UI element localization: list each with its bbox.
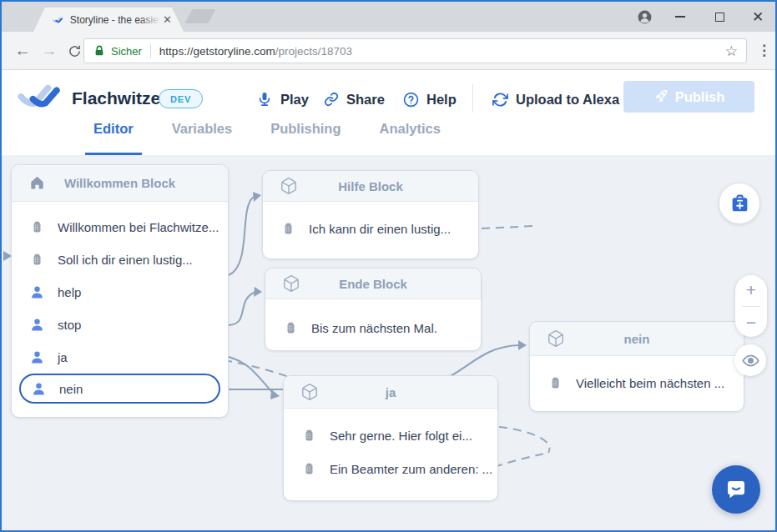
- item-text: help: [58, 285, 81, 299]
- user-icon: [29, 317, 45, 333]
- block-item-stop[interactable]: stop: [12, 309, 228, 341]
- minimize-button[interactable]: [663, 2, 697, 32]
- block-title: ja: [386, 385, 396, 399]
- item-text: Sehr gerne. Hier folgt ei...: [330, 429, 472, 443]
- maximize-button[interactable]: [703, 2, 736, 32]
- share-button[interactable]: Share: [324, 87, 385, 112]
- storyline-logo[interactable]: [15, 80, 63, 112]
- item-text: ja: [58, 350, 68, 364]
- env-badge: DEV: [159, 89, 203, 108]
- block-item-ja[interactable]: ja: [12, 341, 228, 374]
- item-text: Ein Beamter zum anderen: ...: [330, 462, 492, 476]
- reload-icon[interactable]: [63, 40, 85, 62]
- tab-variables[interactable]: Variables: [164, 121, 240, 155]
- chat-widget-button[interactable]: [712, 465, 760, 514]
- block-title: Willkommen Block: [64, 176, 175, 190]
- block-item-sehrgernehierf[interactable]: Sehr gerne. Hier folgt ei...: [284, 419, 497, 452]
- new-tab-button[interactable]: [184, 9, 215, 23]
- close-window-button[interactable]: ✕: [741, 2, 774, 32]
- block-item-sollichdireine[interactable]: Soll ich dir einen lustig...: [12, 243, 228, 276]
- browser-titlebar: Storyline - the easiest wa ✕ ✕: [2, 2, 775, 32]
- item-text: nein: [59, 382, 83, 396]
- browser-tab[interactable]: Storyline - the easiest wa ✕: [33, 8, 184, 32]
- item-text: Willkommen bei Flachwitze...: [58, 220, 219, 234]
- block-item-einbeamterzuma[interactable]: Ein Beamter zum anderen: ...: [284, 452, 497, 485]
- block-item-help[interactable]: help: [12, 276, 228, 309]
- tab-publishing[interactable]: Publishing: [262, 121, 349, 155]
- block-item-biszumnchstenm[interactable]: Bis zum nächsten Mal.: [265, 311, 481, 344]
- block-ende[interactable]: Ende BlockBis zum nächsten Mal.: [265, 268, 482, 351]
- item-text: Ich kann dir einen lustig...: [309, 222, 451, 236]
- publish-button[interactable]: Publish: [623, 81, 754, 113]
- speak-icon: [29, 219, 45, 235]
- block-title: Hilfe Block: [338, 179, 403, 193]
- eye-icon: [742, 352, 759, 369]
- item-text: Vielleicht beim nächsten ...: [576, 376, 724, 390]
- share-label: Share: [346, 92, 385, 108]
- back-icon[interactable]: ←: [12, 40, 33, 62]
- chat-bubble-icon: [724, 477, 749, 502]
- item-text: Bis zum nächsten Mal.: [311, 321, 437, 335]
- app-header: Flachwitze DEV Play Share Help: [2, 70, 775, 155]
- tab-close-icon[interactable]: ✕: [163, 14, 172, 25]
- preview-eye-button[interactable]: [734, 344, 766, 376]
- forward-icon[interactable]: →: [38, 40, 60, 62]
- help-label: Help: [426, 92, 457, 108]
- zoom-in-button[interactable]: +: [735, 281, 767, 299]
- cube-icon: [547, 329, 565, 348]
- upload-to-alexa-button[interactable]: Upload to Alexa: [492, 87, 619, 112]
- browser-toolbar: ← → Sicher https://getstoryline.com /pro…: [2, 32, 775, 70]
- editor-nav-tabs: Editor Variables Publishing Analytics: [2, 121, 775, 155]
- speak-icon: [29, 252, 45, 268]
- url-separator: [150, 43, 151, 58]
- cube-icon: [280, 177, 298, 195]
- speak-icon: [280, 221, 296, 237]
- rocket-icon: [653, 89, 669, 104]
- storyline-favicon: [52, 15, 64, 25]
- url-bar[interactable]: Sicher https://getstoryline.com /project…: [83, 38, 747, 63]
- user-icon: [29, 349, 45, 365]
- tab-analytics[interactable]: Analytics: [371, 121, 449, 155]
- block-item-ichkanndireine[interactable]: Ich kann dir einen lustig...: [263, 212, 478, 245]
- block-item-nein[interactable]: nein: [19, 374, 220, 404]
- speak-icon: [301, 428, 317, 444]
- play-label: Play: [280, 92, 309, 108]
- project-title[interactable]: Flachwitze: [72, 88, 160, 108]
- block-header-ja[interactable]: ja: [284, 376, 497, 409]
- lock-icon[interactable]: [93, 44, 106, 58]
- url-path[interactable]: /projects/18703: [275, 45, 352, 58]
- add-block-icon: [729, 193, 750, 214]
- add-block-button[interactable]: [719, 183, 759, 223]
- bookmark-star-icon[interactable]: ☆: [725, 43, 738, 60]
- home-icon: [28, 174, 46, 192]
- zoom-controls: + −: [735, 275, 767, 337]
- block-header-ende[interactable]: Ende Block: [265, 269, 481, 299]
- block-item-willkommenbeif[interactable]: Willkommen bei Flachwitze...: [12, 211, 228, 243]
- link-icon: [324, 92, 339, 107]
- secure-label[interactable]: Sicher: [111, 45, 142, 58]
- block-header-willkommen[interactable]: Willkommen Block: [12, 165, 228, 202]
- header-divider: [472, 84, 473, 113]
- block-header-hilfe[interactable]: Hilfe Block: [263, 171, 478, 202]
- tab-editor[interactable]: Editor: [85, 121, 142, 155]
- block-ja[interactable]: jaSehr gerne. Hier folgt ei...Ein Beamte…: [283, 375, 498, 501]
- speak-icon: [283, 320, 299, 336]
- zoom-out-button[interactable]: −: [735, 314, 767, 331]
- block-hilfe[interactable]: Hilfe BlockIch kann dir einen lustig...: [262, 170, 479, 259]
- browser-menu-icon[interactable]: ⋮: [757, 42, 771, 59]
- flow-canvas[interactable]: Willkommen BlockWillkommen bei Flachwitz…: [2, 155, 775, 530]
- user-icon: [31, 381, 47, 397]
- help-button[interactable]: Help: [403, 87, 457, 112]
- block-header-nein[interactable]: nein: [530, 322, 744, 356]
- block-item-vielleichtbeim[interactable]: Vielleicht beim nächsten ...: [530, 366, 744, 399]
- sync-icon: [492, 92, 508, 108]
- user-icon: [29, 284, 45, 300]
- block-willkommen[interactable]: Willkommen BlockWillkommen bei Flachwitz…: [11, 164, 229, 418]
- cube-icon: [300, 383, 319, 401]
- block-title: Ende Block: [339, 277, 407, 291]
- url-domain[interactable]: https://getstoryline.com: [159, 45, 275, 58]
- publish-label: Publish: [675, 89, 725, 105]
- block-nein[interactable]: neinVielleicht beim nächsten ...: [529, 321, 744, 412]
- play-button[interactable]: Play: [256, 87, 309, 112]
- profile-icon[interactable]: [628, 2, 661, 32]
